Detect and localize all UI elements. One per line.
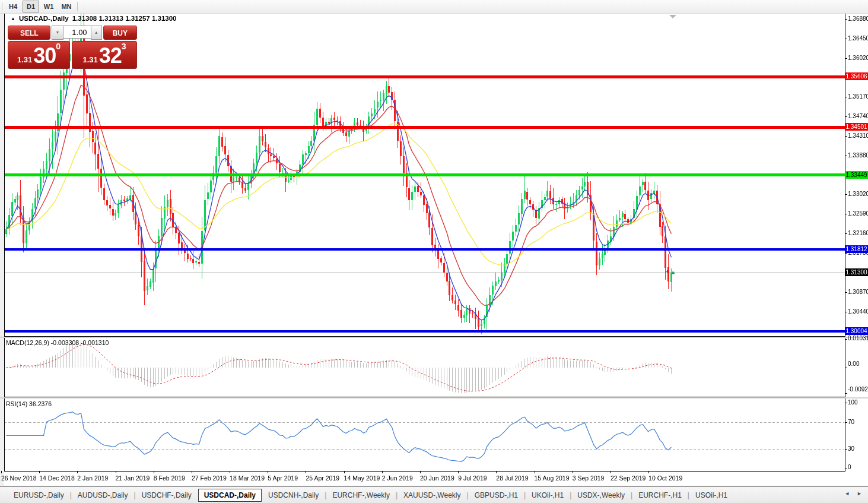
chart-tab-eurchf-h1[interactable]: EURCHF-,H1 — [633, 489, 687, 502]
buy-button[interactable]: BUY — [103, 26, 137, 40]
price-axis-label: 1.34310 — [848, 132, 868, 139]
tab-scroll-right-icon[interactable]: ► — [857, 491, 862, 496]
price-line-badge: 1.31812 — [845, 245, 868, 253]
price-axis-label: 1.32590 — [848, 210, 868, 217]
price-line-badge: 1.34501 — [845, 123, 868, 131]
chart-tab-eurchf-weekly[interactable]: EURCHF-,Weekly — [327, 489, 395, 502]
buy-price-tile[interactable]: 1.31 32 3 — [72, 41, 137, 69]
chart-tab-ukoil-h1[interactable]: UKOil-,H1 — [526, 489, 569, 502]
macd-indicator-label: MACD(12,26,9) -0.003308 -0.001310 — [6, 339, 109, 346]
timeframe-button-mn[interactable]: MN — [58, 1, 75, 12]
date-axis-label: 22 Sep 2019 — [611, 474, 646, 482]
date-axis-label: 28 Jul 2019 — [496, 474, 528, 482]
timeframe-button-w1[interactable]: W1 — [40, 1, 57, 12]
price-axis-label: 1.30440 — [848, 308, 868, 315]
price-axis-label: 1.30870 — [848, 289, 868, 295]
chart-tab-usdx-weekly[interactable]: USDX-,Weekly — [572, 489, 630, 502]
macd-axis-label: -0.009203 — [848, 386, 868, 393]
chart-tab-usdcad-daily[interactable]: USDCAD-,Daily — [198, 489, 262, 502]
sell-price-pip: 0 — [56, 43, 61, 50]
sell-price-prefix: 1.31 — [17, 54, 32, 66]
date-axis-label: 27 Feb 2019 — [192, 474, 227, 482]
chart-tab-xauusd-weekly[interactable]: XAUUSD-,Weekly — [398, 489, 466, 502]
chart-tab-eurusd-daily[interactable]: EURUSD-,Daily — [8, 489, 69, 502]
buy-price-big: 32 — [99, 46, 122, 66]
one-click-trading-panel: SELL ▼ ▲ BUY 1.31 30 0 1.31 32 3 — [8, 26, 137, 69]
price-line-badge: 1.31300 — [845, 268, 868, 276]
tab-scroll-left-icon[interactable]: ◄ — [844, 491, 850, 496]
timeframe-button-d1[interactable]: D1 — [23, 1, 39, 12]
chart-title: USDCAD-,Daily — [19, 15, 69, 22]
date-axis-label: 2 Jun 2019 — [382, 474, 413, 482]
date-axis-label: 2 Jan 2019 — [77, 474, 108, 482]
terminal-window: H4D1W1MN ▲ USDCAD-,Daily 1.31308 1.31313… — [0, 0, 868, 503]
toolbar-separator — [77, 2, 78, 11]
date-axis-label: 5 Apr 2019 — [268, 474, 298, 482]
date-axis-label: 14 Dec 2018 — [39, 474, 75, 482]
buy-price-pip: 3 — [122, 43, 126, 50]
price-axis-label: 1.34740 — [848, 113, 868, 119]
date-axis-label: 21 Jan 2019 — [116, 474, 150, 482]
macd-axis-label: 0.00 — [848, 360, 859, 367]
toolbar-separator — [2, 2, 2, 11]
price-axis-label: 1.33880 — [848, 152, 868, 159]
rsi-axis-label: 30 — [848, 445, 854, 452]
chart-tab-gbpusd-h1[interactable]: GBPUSD-,H1 — [469, 489, 523, 502]
chart-tab-usdchf-daily[interactable]: USDCHF-,Daily — [136, 489, 197, 502]
timeframe-toolbar: H4D1W1MN — [0, 0, 868, 14]
price-axis-label: 1.36880 — [848, 15, 868, 22]
sell-price-tile[interactable]: 1.31 30 0 — [8, 41, 70, 69]
rsi-axis-label: 100 — [848, 399, 858, 406]
rsi-axis-label: 0 — [848, 464, 851, 470]
date-axis-label: 8 Feb 2019 — [154, 474, 185, 482]
price-axis-label: 1.36450 — [848, 35, 868, 42]
chart-canvas[interactable] — [0, 0, 868, 503]
chart-tab-usdcnh-daily[interactable]: USDCNH-,Daily — [263, 489, 324, 502]
chart-tab-usoil-h1[interactable]: USOil-,H1 — [690, 489, 733, 502]
date-axis-label: 20 Jun 2019 — [420, 474, 454, 482]
price-line-badge: 1.35606 — [845, 72, 868, 80]
collapse-trade-panel-icon[interactable]: ▲ — [11, 16, 15, 21]
rsi-axis-label: 70 — [848, 419, 854, 425]
date-axis-label: 3 Sep 2019 — [573, 474, 605, 482]
price-axis-label: 1.33020 — [848, 191, 868, 197]
price-line-badge: 1.33449 — [845, 171, 868, 179]
timeframe-button-h4[interactable]: H4 — [5, 1, 21, 12]
sell-price-big: 30 — [33, 46, 56, 66]
volume-input[interactable] — [63, 26, 91, 39]
volume-decrease-button[interactable]: ▼ — [52, 26, 63, 40]
buy-price-prefix: 1.31 — [82, 54, 97, 66]
date-axis-label: 18 Mar 2019 — [230, 474, 265, 482]
price-axis-label: 1.35170 — [848, 93, 868, 100]
sell-button[interactable]: SELL — [8, 26, 50, 40]
volume-increase-button[interactable]: ▲ — [91, 26, 102, 40]
date-axis-label: 15 Aug 2019 — [535, 474, 570, 482]
date-axis-label: 14 May 2019 — [344, 474, 380, 482]
chart-tab-bar: EURUSD-,Daily|AUDUSD-,Daily|USDCHF-,Dail… — [0, 486, 868, 503]
price-axis-label: 1.36020 — [848, 55, 868, 61]
date-axis-label: 9 Jul 2019 — [458, 474, 487, 482]
rsi-indicator-label: RSI(14) 36.2376 — [6, 400, 52, 407]
chart-title-row: ▲ USDCAD-,Daily 1.31308 1.31313 1.31257 … — [11, 15, 177, 22]
date-axis-label: 10 Oct 2019 — [648, 474, 682, 482]
price-line-badge: 1.30004 — [845, 327, 868, 335]
date-axis-label: 25 Apr 2019 — [306, 474, 339, 482]
macd-axis-label: 0.010311 — [848, 335, 868, 341]
price-axis-label: 1.32160 — [848, 230, 868, 236]
date-axis-label: 26 Nov 2018 — [1, 474, 37, 482]
chart-tab-audusd-daily[interactable]: AUDUSD-,Daily — [72, 489, 133, 502]
chart-ohlc-readout: 1.31308 1.31313 1.31257 1.31300 — [72, 15, 177, 22]
